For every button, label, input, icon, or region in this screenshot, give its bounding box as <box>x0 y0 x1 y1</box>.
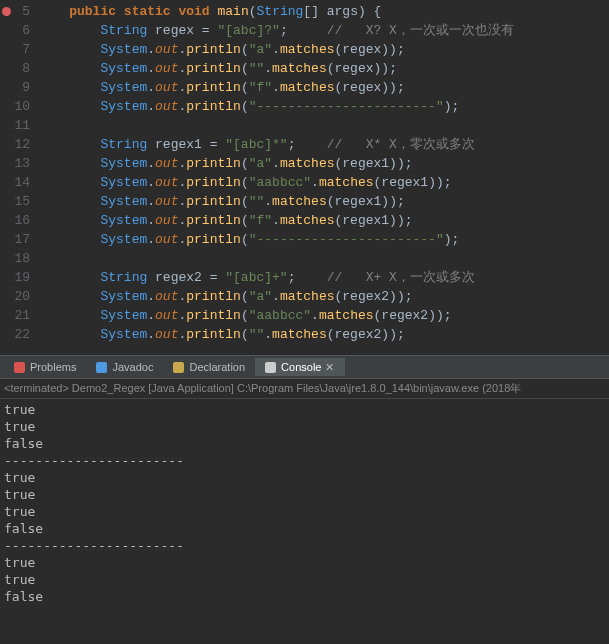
code-content[interactable]: System.out.println("".matches(regex)); <box>38 59 609 78</box>
code-line[interactable]: 6 String regex = "[abc]?"; // X? X，一次或一次… <box>0 21 609 40</box>
code-content[interactable]: String regex1 = "[abc]*"; // X* X，零次或多次 <box>38 135 609 154</box>
view-tabs: ProblemsJavadocDeclarationConsole✕ <box>0 355 609 379</box>
line-number[interactable]: 15 <box>0 192 38 211</box>
code-content[interactable]: System.out.println("aabbcc".matches(rege… <box>38 306 609 325</box>
console-line: false <box>4 520 605 537</box>
code-content[interactable]: System.out.println("aabbcc".matches(rege… <box>38 173 609 192</box>
console-header: <terminated> Demo2_Regex [Java Applicati… <box>0 379 609 399</box>
problems-icon <box>12 360 26 374</box>
line-number[interactable]: 19 <box>0 268 38 287</box>
line-number[interactable]: 20 <box>0 287 38 306</box>
tab-javadoc[interactable]: Javadoc <box>86 358 161 376</box>
line-number[interactable]: 13 <box>0 154 38 173</box>
code-line[interactable]: 20 System.out.println("a".matches(regex2… <box>0 287 609 306</box>
line-number[interactable]: 8 <box>0 59 38 78</box>
line-number[interactable]: 22 <box>0 325 38 344</box>
svg-rect-2 <box>173 362 184 373</box>
code-line[interactable]: 14 System.out.println("aabbcc".matches(r… <box>0 173 609 192</box>
code-content[interactable] <box>38 249 609 268</box>
code-content[interactable]: System.out.println("a".matches(regex1)); <box>38 154 609 173</box>
code-content[interactable]: System.out.println("f".matches(regex1)); <box>38 211 609 230</box>
line-number[interactable]: 17 <box>0 230 38 249</box>
console-output[interactable]: truetruefalse-----------------------true… <box>0 399 609 607</box>
console-line: true <box>4 554 605 571</box>
console-line: true <box>4 469 605 486</box>
breakpoint-icon[interactable] <box>2 7 11 16</box>
svg-rect-1 <box>96 362 107 373</box>
code-content[interactable]: System.out.println("".matches(regex2)); <box>38 325 609 344</box>
code-content[interactable]: System.out.println("".matches(regex1)); <box>38 192 609 211</box>
svg-rect-3 <box>265 362 276 373</box>
code-content[interactable]: System.out.println("--------------------… <box>38 230 609 249</box>
code-content[interactable]: String regex = "[abc]?"; // X? X，一次或一次也没… <box>38 21 609 40</box>
code-content[interactable]: String regex2 = "[abc]+"; // X+ X，一次或多次 <box>38 268 609 287</box>
code-content[interactable]: public static void main(String[] args) { <box>38 2 609 21</box>
console-line: true <box>4 486 605 503</box>
line-number[interactable]: 11 <box>0 116 38 135</box>
tab-label: Problems <box>30 361 76 373</box>
console-icon <box>263 360 277 374</box>
console-line: false <box>4 588 605 605</box>
console-line: ----------------------- <box>4 537 605 554</box>
tab-problems[interactable]: Problems <box>4 358 84 376</box>
console-line: ----------------------- <box>4 452 605 469</box>
code-line[interactable]: 17 System.out.println("-----------------… <box>0 230 609 249</box>
line-number[interactable]: 12 <box>0 135 38 154</box>
line-number[interactable]: 14 <box>0 173 38 192</box>
code-content[interactable] <box>38 116 609 135</box>
tab-label: Javadoc <box>112 361 153 373</box>
console-line: true <box>4 503 605 520</box>
console-line: true <box>4 418 605 435</box>
declaration-icon <box>171 360 185 374</box>
code-line[interactable]: 11 <box>0 116 609 135</box>
code-line[interactable]: 13 System.out.println("a".matches(regex1… <box>0 154 609 173</box>
code-line[interactable]: 9 System.out.println("f".matches(regex))… <box>0 78 609 97</box>
code-editor[interactable]: 5 public static void main(String[] args)… <box>0 0 609 355</box>
line-number[interactable]: 9 <box>0 78 38 97</box>
code-line[interactable]: 18 <box>0 249 609 268</box>
console-line: true <box>4 401 605 418</box>
tab-label: Console <box>281 361 321 373</box>
console-line: false <box>4 435 605 452</box>
line-number[interactable]: 21 <box>0 306 38 325</box>
line-number[interactable]: 18 <box>0 249 38 268</box>
tab-label: Declaration <box>189 361 245 373</box>
code-line[interactable]: 16 System.out.println("f".matches(regex1… <box>0 211 609 230</box>
svg-rect-0 <box>14 362 25 373</box>
code-content[interactable]: System.out.println("f".matches(regex)); <box>38 78 609 97</box>
javadoc-icon <box>94 360 108 374</box>
code-content[interactable]: System.out.println("--------------------… <box>38 97 609 116</box>
line-number[interactable]: 5 <box>0 2 38 21</box>
code-line[interactable]: 8 System.out.println("".matches(regex)); <box>0 59 609 78</box>
close-icon[interactable]: ✕ <box>325 361 337 373</box>
line-number[interactable]: 6 <box>0 21 38 40</box>
tab-console[interactable]: Console✕ <box>255 358 345 376</box>
code-line[interactable]: 15 System.out.println("".matches(regex1)… <box>0 192 609 211</box>
tab-declaration[interactable]: Declaration <box>163 358 253 376</box>
code-line[interactable]: 12 String regex1 = "[abc]*"; // X* X，零次或… <box>0 135 609 154</box>
code-content[interactable]: System.out.println("a".matches(regex2)); <box>38 287 609 306</box>
code-line[interactable]: 22 System.out.println("".matches(regex2)… <box>0 325 609 344</box>
line-number[interactable]: 7 <box>0 40 38 59</box>
code-line[interactable]: 10 System.out.println("-----------------… <box>0 97 609 116</box>
line-number[interactable]: 16 <box>0 211 38 230</box>
code-line[interactable]: 19 String regex2 = "[abc]+"; // X+ X，一次或… <box>0 268 609 287</box>
code-line[interactable]: 7 System.out.println("a".matches(regex))… <box>0 40 609 59</box>
line-number[interactable]: 10 <box>0 97 38 116</box>
console-line: true <box>4 571 605 588</box>
code-content[interactable]: System.out.println("a".matches(regex)); <box>38 40 609 59</box>
code-line[interactable]: 5 public static void main(String[] args)… <box>0 2 609 21</box>
code-line[interactable]: 21 System.out.println("aabbcc".matches(r… <box>0 306 609 325</box>
